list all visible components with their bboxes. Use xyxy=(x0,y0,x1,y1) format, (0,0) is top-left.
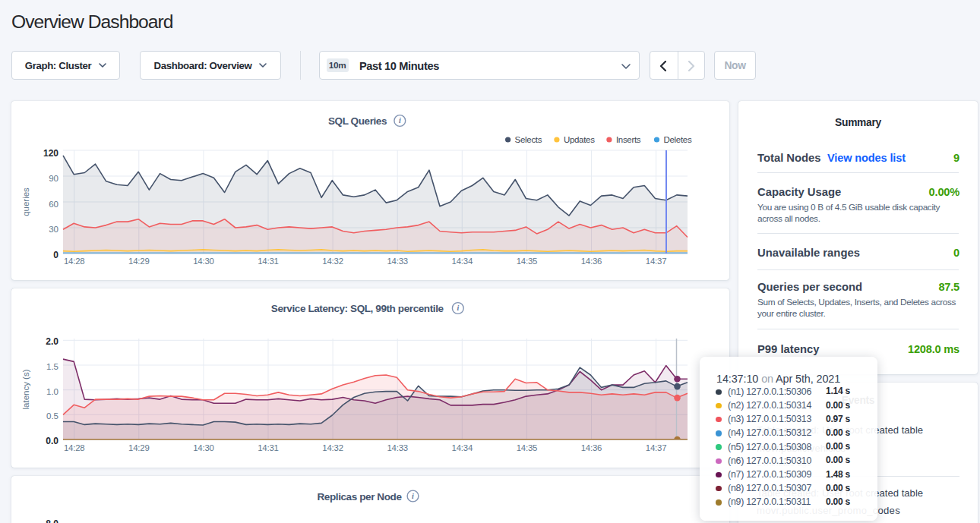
svg-text:14:34: 14:34 xyxy=(452,257,473,266)
svg-text:0.0: 0.0 xyxy=(46,436,58,446)
svg-text:60: 60 xyxy=(49,200,58,209)
svg-text:90: 90 xyxy=(49,174,58,183)
svg-text:14:31: 14:31 xyxy=(258,443,279,452)
svg-text:queries: queries xyxy=(21,187,30,216)
svg-text:14:36: 14:36 xyxy=(581,443,602,452)
svg-text:14:28: 14:28 xyxy=(64,443,85,452)
svg-text:2.0: 2.0 xyxy=(46,336,58,347)
svg-text:8.0: 8.0 xyxy=(46,518,58,523)
svg-text:14:33: 14:33 xyxy=(387,443,408,452)
svg-text:14:36: 14:36 xyxy=(581,257,602,266)
svg-text:14:28: 14:28 xyxy=(64,257,85,266)
svg-text:14:32: 14:32 xyxy=(322,257,343,266)
svg-text:14:37: 14:37 xyxy=(646,443,667,452)
svg-text:14:37: 14:37 xyxy=(646,257,667,266)
svg-text:latency (s): latency (s) xyxy=(21,369,30,409)
svg-text:1.0: 1.0 xyxy=(46,387,58,396)
svg-text:14:35: 14:35 xyxy=(517,443,538,452)
svg-text:14:32: 14:32 xyxy=(322,443,343,452)
svg-text:14:30: 14:30 xyxy=(193,443,214,452)
svg-text:SQL Queries: SQL Queries xyxy=(328,115,387,127)
svg-text:120: 120 xyxy=(43,148,58,159)
svg-text:Service Latency: SQL, 99th per: Service Latency: SQL, 99th percentile xyxy=(271,303,444,314)
svg-text:Selects: Selects xyxy=(515,135,542,144)
svg-text:Deletes: Deletes xyxy=(664,135,692,144)
svg-text:1.5: 1.5 xyxy=(46,362,58,371)
svg-text:14:30: 14:30 xyxy=(193,257,214,266)
svg-text:14:33: 14:33 xyxy=(387,257,408,266)
svg-text:Inserts: Inserts xyxy=(616,135,641,144)
svg-text:14:35: 14:35 xyxy=(517,257,538,266)
svg-text:Updates: Updates xyxy=(564,135,595,144)
svg-text:0: 0 xyxy=(53,250,58,260)
svg-text:Replicas per Node: Replicas per Node xyxy=(318,491,403,503)
svg-text:i: i xyxy=(412,492,414,500)
svg-text:30: 30 xyxy=(49,225,58,234)
svg-text:14:29: 14:29 xyxy=(128,257,150,266)
svg-text:i: i xyxy=(457,304,459,312)
svg-text:14:29: 14:29 xyxy=(128,443,150,452)
svg-text:14:34: 14:34 xyxy=(452,443,473,452)
svg-text:14:31: 14:31 xyxy=(258,257,279,266)
svg-text:0.5: 0.5 xyxy=(46,411,58,421)
svg-text:i: i xyxy=(399,116,401,124)
